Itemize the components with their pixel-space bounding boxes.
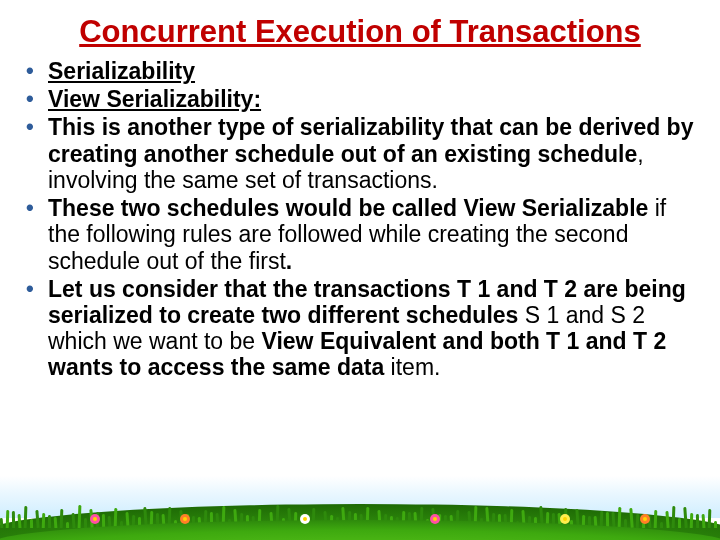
flower-icon: [640, 514, 650, 524]
flower-icon: [180, 514, 190, 524]
grass-back: [0, 504, 720, 540]
grass-front: [0, 520, 720, 540]
flower-icon: [560, 514, 570, 524]
flower-icon: [90, 514, 100, 524]
sky-gradient: [0, 476, 720, 518]
list-item: Let us consider that the transactions T …: [44, 276, 694, 381]
bullet-list: Serializability View Serializability: Th…: [20, 58, 694, 381]
list-item: These two schedules would be called View…: [44, 195, 694, 274]
slide: Concurrent Execution of Transactions Ser…: [0, 14, 720, 540]
flower-icon: [430, 514, 440, 524]
list-item: View Serializability:: [44, 86, 694, 112]
flower-icon: [300, 514, 310, 524]
grass-blades: [0, 498, 720, 528]
decorative-ground: [0, 476, 720, 540]
list-item: This is another type of serializability …: [44, 114, 694, 193]
list-item: Serializability: [44, 58, 694, 84]
slide-title: Concurrent Execution of Transactions: [30, 14, 690, 50]
